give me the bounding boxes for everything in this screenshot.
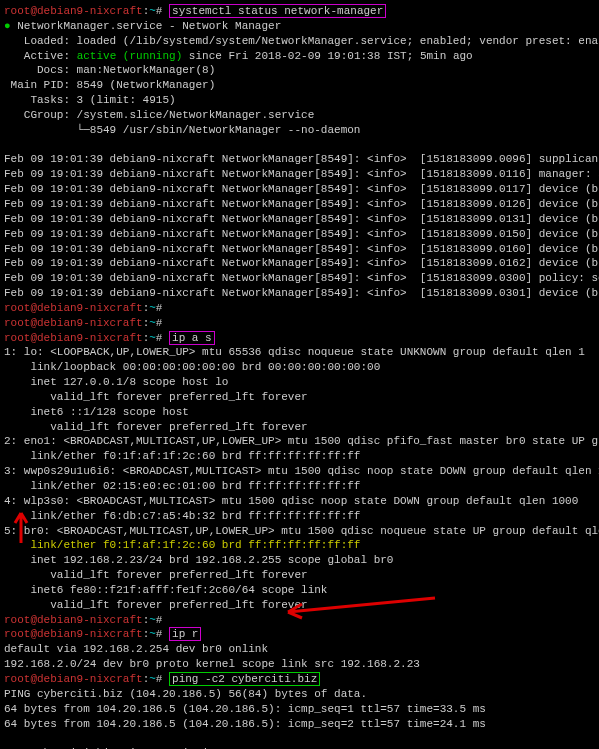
log-line: Feb 09 19:01:39 debian9-nixcraft Network… [4,271,595,286]
output: 2: eno1: <BROADCAST,MULTICAST,UP,LOWER_U… [4,434,595,449]
highlighted-line: link/ether f0:1f:af:1f:2c:60 brd ff:ff:f… [4,538,595,553]
output: ● NetworkManager.service - Network Manag… [4,19,595,34]
output: valid_lft forever preferred_lft forever [4,568,595,583]
output: valid_lft forever preferred_lft forever [4,598,595,613]
output: link/ether f6:db:c7:a5:4b:32 brd ff:ff:f… [4,509,595,524]
output: 5: br0: <BROADCAST,MULTICAST,UP,LOWER_UP… [4,524,595,539]
output: default via 192.168.2.254 dev br0 onlink [4,642,595,657]
output: 1: lo: <LOOPBACK,UP,LOWER_UP> mtu 65536 … [4,345,595,360]
cmd-line[interactable]: root@debian9-nixcraft:~# systemctl statu… [4,4,595,19]
terminal[interactable]: root@debian9-nixcraft:~# systemctl statu… [4,4,595,749]
cmd-line[interactable]: root@debian9-nixcraft:~# ip a s [4,331,595,346]
output: valid_lft forever preferred_lft forever [4,420,595,435]
log-line: Feb 09 19:01:39 debian9-nixcraft Network… [4,227,595,242]
output: 64 bytes from 104.20.186.5 (104.20.186.5… [4,717,595,732]
output: 192.168.2.0/24 dev br0 proto kernel scop… [4,657,595,672]
output: inet 192.168.2.23/24 brd 192.168.2.255 s… [4,553,595,568]
output: CGroup: /system.slice/NetworkManager.ser… [4,108,595,123]
output: Tasks: 3 (limit: 4915) [4,93,595,108]
output: inet6 fe80::f21f:afff:fe1f:2c60/64 scope… [4,583,595,598]
output: valid_lft forever preferred_lft forever [4,390,595,405]
output: inet6 ::1/128 scope host [4,405,595,420]
output: inet 127.0.0.1/8 scope host lo [4,375,595,390]
cmd-line[interactable]: root@debian9-nixcraft:~# [4,316,595,331]
log-line: Feb 09 19:01:39 debian9-nixcraft Network… [4,212,595,227]
output: 4: wlp3s0: <BROADCAST,MULTICAST> mtu 150… [4,494,595,509]
cmd-line[interactable]: root@debian9-nixcraft:~# [4,301,595,316]
log-line: Feb 09 19:01:39 debian9-nixcraft Network… [4,152,595,167]
output: 3: wwp0s29u1u6i6: <BROADCAST,MULTICAST> … [4,464,595,479]
log-line: Feb 09 19:01:39 debian9-nixcraft Network… [4,167,595,182]
output: link/loopback 00:00:00:00:00:00 brd 00:0… [4,360,595,375]
log-line: Feb 09 19:01:39 debian9-nixcraft Network… [4,197,595,212]
cmd-line[interactable]: root@debian9-nixcraft:~# ping -c2 cyberc… [4,672,595,687]
output: Loaded: loaded (/lib/systemd/system/Netw… [4,34,595,49]
cmd-line[interactable]: root@debian9-nixcraft:~# ip r [4,627,595,642]
log-line: Feb 09 19:01:39 debian9-nixcraft Network… [4,286,595,301]
output: link/ether f0:1f:af:1f:2c:60 brd ff:ff:f… [4,449,595,464]
output: Main PID: 8549 (NetworkManager) [4,78,595,93]
log-line: Feb 09 19:01:39 debian9-nixcraft Network… [4,256,595,271]
log-line: Feb 09 19:01:39 debian9-nixcraft Network… [4,182,595,197]
output: Docs: man:NetworkManager(8) [4,63,595,78]
cmd-line[interactable]: root@debian9-nixcraft:~# [4,613,595,628]
output: PING cyberciti.biz (104.20.186.5) 56(84)… [4,687,595,702]
output: Active: active (running) since Fri 2018-… [4,49,595,64]
output: link/ether 02:15:e0:ec:01:00 brd ff:ff:f… [4,479,595,494]
output: └─8549 /usr/sbin/NetworkManager --no-dae… [4,123,595,138]
output: 64 bytes from 104.20.186.5 (104.20.186.5… [4,702,595,717]
log-line: Feb 09 19:01:39 debian9-nixcraft Network… [4,242,595,257]
output [4,731,595,746]
